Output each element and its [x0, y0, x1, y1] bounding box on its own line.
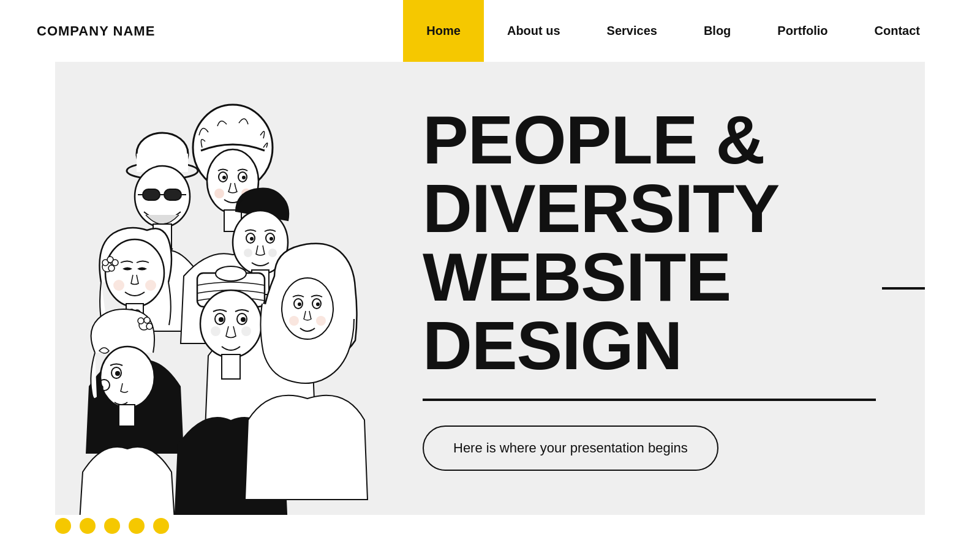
- svg-point-57: [100, 347, 154, 408]
- svg-point-42: [200, 290, 262, 358]
- main-content: PEOPLE & DIVERSITY WEBSITE DESIGN Here i…: [0, 62, 980, 551]
- svg-point-19: [105, 239, 164, 307]
- svg-point-66: [146, 323, 153, 329]
- svg-point-53: [298, 302, 301, 306]
- svg-point-37: [244, 249, 252, 257]
- svg-point-24: [108, 265, 115, 271]
- svg-point-54: [316, 302, 320, 306]
- svg-point-25: [113, 280, 124, 291]
- svg-point-14: [222, 176, 226, 179]
- svg-point-46: [241, 317, 246, 322]
- svg-point-36: [270, 237, 273, 241]
- nav-links: Home About us Services Blog Portfolio Co…: [403, 0, 943, 62]
- hero-text-area: PEOPLE & DIVERSITY WEBSITE DESIGN Here i…: [398, 69, 925, 508]
- hero-section: PEOPLE & DIVERSITY WEBSITE DESIGN Here i…: [55, 62, 925, 515]
- svg-rect-49: [222, 354, 240, 379]
- svg-rect-62: [119, 405, 135, 426]
- pagination-dots: [55, 518, 169, 534]
- dot-4[interactable]: [129, 518, 145, 534]
- svg-point-47: [211, 326, 221, 336]
- hero-cta-button[interactable]: Here is where your presentation begins: [423, 425, 718, 471]
- hero-divider: [423, 399, 876, 401]
- dot-5[interactable]: [153, 518, 169, 534]
- svg-point-38: [268, 249, 277, 257]
- svg-point-35: [250, 237, 254, 241]
- hero-title: PEOPLE & DIVERSITY WEBSITE DESIGN: [423, 106, 876, 380]
- navbar: COMPANY NAME Home About us Services Blog…: [0, 0, 980, 62]
- dot-3[interactable]: [104, 518, 120, 534]
- svg-point-59: [115, 371, 120, 376]
- svg-point-26: [145, 280, 156, 291]
- svg-point-55: [289, 316, 299, 326]
- svg-point-50: [282, 278, 333, 339]
- svg-point-16: [214, 189, 224, 198]
- svg-point-41: [216, 266, 246, 281]
- company-logo: COMPANY NAME: [37, 23, 155, 39]
- svg-point-15: [242, 176, 246, 179]
- dot-2[interactable]: [80, 518, 96, 534]
- nav-services[interactable]: Services: [584, 0, 680, 62]
- svg-point-65: [144, 317, 150, 323]
- svg-point-56: [316, 316, 326, 326]
- svg-rect-4: [143, 189, 160, 200]
- decorative-line: [882, 287, 925, 290]
- svg-point-64: [138, 318, 144, 324]
- nav-portfolio[interactable]: Portfolio: [754, 0, 851, 62]
- svg-point-23: [112, 260, 118, 266]
- nav-contact[interactable]: Contact: [851, 0, 943, 62]
- svg-point-45: [219, 317, 224, 322]
- nav-blog[interactable]: Blog: [680, 0, 754, 62]
- svg-rect-5: [164, 189, 181, 200]
- illustration-area: [55, 62, 398, 515]
- people-illustration: [67, 99, 392, 515]
- nav-home[interactable]: Home: [403, 0, 484, 62]
- nav-about[interactable]: About us: [484, 0, 584, 62]
- svg-point-48: [241, 326, 251, 336]
- dot-1[interactable]: [55, 518, 71, 534]
